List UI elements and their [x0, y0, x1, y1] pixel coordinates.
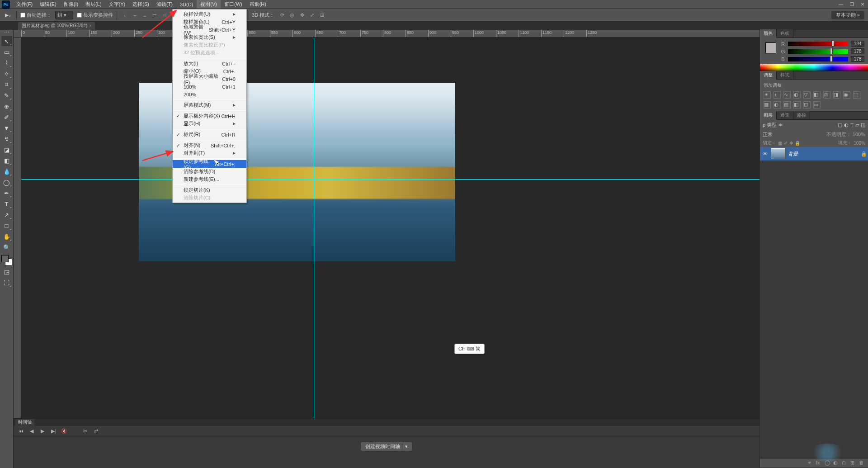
create-timeline-button[interactable]: 创建视频时间轴 ▾: [360, 442, 413, 451]
layer-name[interactable]: 背景: [788, 151, 798, 157]
menu-type[interactable]: 文字(Y): [105, 0, 129, 9]
auto-select-check[interactable]: 自动选择：: [20, 12, 52, 19]
r-slider[interactable]: [788, 42, 848, 46]
current-tool-icon[interactable]: ▶₊: [4, 11, 13, 20]
menu-image[interactable]: 图像(I): [60, 0, 82, 9]
gradient-tool[interactable]: ◧: [1, 156, 12, 165]
menu-item-像素长宽比S[interactable]: 像素长宽比(S)▶: [173, 33, 246, 41]
menu-file[interactable]: 文件(F): [13, 0, 36, 9]
adj-vibrance-icon[interactable]: ▽: [803, 91, 811, 99]
menu-item-锁定切片K[interactable]: 锁定切片(K): [173, 186, 246, 194]
filter-type-icon[interactable]: T: [850, 123, 854, 128]
tl-prev-frame-icon[interactable]: ◀: [28, 428, 35, 434]
adj-exposure-icon[interactable]: ◐: [793, 91, 801, 99]
align-icon[interactable]: ⊣: [160, 11, 169, 19]
styles-tab[interactable]: 样式: [777, 71, 793, 79]
mode3d-icon[interactable]: ◎: [288, 11, 296, 19]
menu-item-200[interactable]: 200%: [173, 90, 246, 98]
fg-bg-swatch[interactable]: [1, 255, 12, 266]
close-window-button[interactable]: ✕: [857, 0, 868, 9]
ruler-horizontal[interactable]: 0501001502002503003504004505005506006507…: [21, 30, 760, 38]
mode3d-icon[interactable]: ✥: [298, 11, 306, 19]
document-tab-close[interactable]: ×: [89, 24, 91, 28]
guide-horizontal[interactable]: [21, 179, 760, 180]
menu-item-显示额外内容X[interactable]: ✓显示额外内容(X)Ctrl+H: [173, 112, 246, 120]
menu-help[interactable]: 帮助(H): [246, 0, 270, 9]
layer-thumbnail[interactable]: [771, 148, 785, 159]
align-icon[interactable]: ⊢: [151, 11, 159, 19]
blend-mode-select[interactable]: 正常: [763, 131, 773, 138]
adj-bw-icon[interactable]: ◨: [833, 91, 840, 99]
adj-selective-icon[interactable]: ⊡: [803, 101, 811, 109]
menu-item-锁定参考线G[interactable]: 锁定参考线(G)Alt+Ctrl+;: [173, 160, 246, 168]
delete-layer-icon[interactable]: 🗑: [859, 460, 865, 466]
b-slider[interactable]: [788, 57, 848, 61]
adj-brightness-icon[interactable]: ☀: [764, 91, 771, 99]
menu-item-标尺R[interactable]: ✓标尺(R)Ctrl+R: [173, 131, 246, 138]
move-tool[interactable]: ↖: [1, 36, 12, 46]
adj-invert-icon[interactable]: ◐: [774, 101, 781, 109]
new-layer-icon[interactable]: ⊞: [850, 460, 857, 466]
adjustments-tab[interactable]: 调整: [760, 71, 777, 80]
g-slider[interactable]: [788, 49, 848, 54]
layer-filter-kind[interactable]: ρ 类型: [763, 122, 777, 128]
guide-vertical[interactable]: [314, 38, 314, 462]
menu-view[interactable]: 视图(V): [197, 0, 221, 9]
menu-item-色域警告W[interactable]: 色域警告(W)Shift+Ctrl+Y: [173, 26, 246, 33]
channels-tab[interactable]: 通道: [777, 111, 793, 119]
menu-item-校样设置U[interactable]: 校样设置(U)▶: [173, 10, 246, 18]
adj-gradientmap-icon[interactable]: ▭: [813, 101, 821, 109]
maximize-button[interactable]: ❐: [846, 0, 857, 9]
adj-levels-icon[interactable]: ⫞: [774, 91, 781, 99]
group-icon[interactable]: 🗀: [842, 460, 848, 466]
mode3d-icon[interactable]: ⟳: [278, 11, 286, 19]
menu-item-对齐N[interactable]: ✓对齐(N)Shift+Ctrl+;: [173, 142, 246, 149]
current-color-swatch[interactable]: [765, 43, 776, 53]
menu-item-100[interactable]: 100%Ctrl+1: [173, 83, 246, 90]
mode3d-icon[interactable]: ⤢: [308, 11, 316, 19]
layer-lock-icon[interactable]: 🔒: [861, 151, 866, 157]
align-icon[interactable]: ⫞: [121, 11, 129, 19]
transform-controls-checkbox[interactable]: [77, 13, 82, 18]
filter-img-icon[interactable]: ▢: [838, 122, 842, 128]
quickmask-button[interactable]: ◲: [1, 267, 12, 277]
auto-select-target[interactable]: 组 ▾: [55, 11, 73, 19]
blur-tool[interactable]: 💧: [1, 166, 12, 176]
g-value[interactable]: 178: [851, 48, 864, 54]
menu-layer[interactable]: 图层(L): [82, 0, 105, 9]
eyedropper-tool[interactable]: ✎: [1, 90, 12, 100]
dodge-tool[interactable]: ◯: [1, 177, 12, 187]
layers-empty-area[interactable]: [760, 161, 868, 458]
zoom-tool[interactable]: 🔍: [1, 242, 12, 252]
minimize-button[interactable]: —: [835, 0, 846, 9]
adj-threshold-icon[interactable]: ◧: [793, 101, 801, 109]
tl-next-frame-icon[interactable]: ▶|: [50, 428, 57, 434]
swatches-tab[interactable]: 色板: [777, 29, 793, 38]
screenmode-button[interactable]: ⛶: [1, 278, 12, 288]
menu-item-新建参考线E[interactable]: 新建参考线(E)...: [173, 175, 246, 183]
filter-adj-icon[interactable]: ◐: [844, 122, 849, 128]
shape-tool[interactable]: □: [1, 221, 12, 231]
ruler-corner[interactable]: [14, 30, 21, 38]
menu-item-按屏幕大小缩放F[interactable]: 按屏幕大小缩放(F)Ctrl+0: [173, 75, 246, 83]
hand-tool[interactable]: ✋: [1, 232, 12, 241]
fill-value[interactable]: 100%: [854, 141, 865, 146]
color-tab[interactable]: 颜色: [760, 29, 777, 38]
auto-select-checkbox[interactable]: [20, 13, 25, 18]
tl-split-icon[interactable]: ✂: [81, 428, 89, 434]
paths-tab[interactable]: 路径: [793, 111, 810, 119]
pen-tool[interactable]: ✒: [1, 188, 12, 198]
tl-audio-icon[interactable]: 🔇: [61, 428, 68, 434]
lock-trans-icon[interactable]: ▦: [778, 141, 782, 146]
adj-photofilter-icon[interactable]: ◉: [843, 91, 850, 99]
menu-item-对齐到T[interactable]: 对齐到(T)▶: [173, 149, 246, 157]
menu-item-屏幕模式M[interactable]: 屏幕模式(M)▶: [173, 101, 246, 109]
lock-paint-icon[interactable]: ✐: [784, 141, 788, 146]
align-icon[interactable]: ⫟: [131, 11, 139, 19]
menu-item-显示H[interactable]: 显示(H)▶: [173, 120, 246, 128]
layer-item[interactable]: 👁 背景 🔒: [760, 147, 868, 161]
document-tab[interactable]: 图片素材.jpeg @ 100%(RGB/8#) ×: [18, 22, 95, 30]
menu-3d[interactable]: 3D(D): [176, 1, 197, 8]
workspace-switcher[interactable]: 基本功能 »: [831, 11, 864, 19]
transform-controls-check[interactable]: 显示变换控件: [77, 12, 113, 19]
